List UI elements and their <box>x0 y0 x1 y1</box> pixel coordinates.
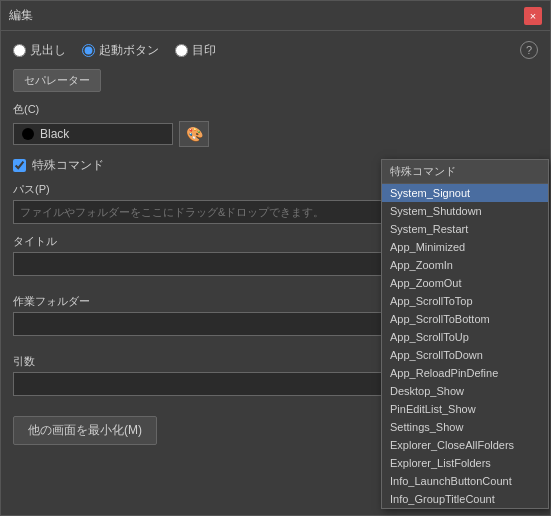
special-command-label: 特殊コマンド <box>32 157 104 174</box>
dropdown-item-1[interactable]: System_Shutdown <box>382 202 548 220</box>
color-label: 色(C) <box>13 102 538 117</box>
radio-group: 見出し 起動ボタン 目印 ? <box>13 41 538 59</box>
dropdown-item-12[interactable]: PinEditList_Show <box>382 400 548 418</box>
color-section: 色(C) Black 🎨 <box>13 102 538 147</box>
dropdown-item-17[interactable]: Info_GroupTitleCount <box>382 490 548 508</box>
radio-heading[interactable]: 見出し <box>13 42 66 59</box>
special-command-dropdown: 特殊コマンド System_Signout System_Shutdown Sy… <box>381 159 549 509</box>
dialog-content: 見出し 起動ボタン 目印 ? セパレーター 色(C) Black <box>1 31 550 515</box>
dropdown-item-4[interactable]: App_ZoomIn <box>382 256 548 274</box>
dropdown-item-8[interactable]: App_ScrollToUp <box>382 328 548 346</box>
title-bar: 編集 × <box>1 1 550 31</box>
color-dot <box>22 128 34 140</box>
color-row: Black 🎨 <box>13 121 538 147</box>
dropdown-item-3[interactable]: App_Minimized <box>382 238 548 256</box>
radio-launch-button[interactable]: 起動ボタン <box>82 42 159 59</box>
dropdown-item-13[interactable]: Settings_Show <box>382 418 548 436</box>
dropdown-header: 特殊コマンド <box>382 160 548 184</box>
minimize-button[interactable]: 他の画面を最小化(M) <box>13 416 157 445</box>
radio-launch-button-label: 起動ボタン <box>99 42 159 59</box>
help-icon[interactable]: ? <box>520 41 538 59</box>
separator-button[interactable]: セパレーター <box>13 69 101 92</box>
color-name: Black <box>40 127 69 141</box>
special-command-checkbox[interactable] <box>13 159 26 172</box>
dropdown-item-11[interactable]: Desktop_Show <box>382 382 548 400</box>
dropdown-item-5[interactable]: App_ZoomOut <box>382 274 548 292</box>
dropdown-item-7[interactable]: App_ScrollToBottom <box>382 310 548 328</box>
radio-heading-label: 見出し <box>30 42 66 59</box>
dropdown-item-6[interactable]: App_ScrollToTop <box>382 292 548 310</box>
dialog: 編集 × 見出し 起動ボタン 目印 ? セパレーター 色(C) <box>0 0 551 516</box>
radio-heading-input[interactable] <box>13 44 26 57</box>
dropdown-item-9[interactable]: App_ScrollToDown <box>382 346 548 364</box>
dropdown-item-15[interactable]: Explorer_ListFolders <box>382 454 548 472</box>
dropdown-item-16[interactable]: Info_LaunchButtonCount <box>382 472 548 490</box>
dropdown-item-0[interactable]: System_Signout <box>382 184 548 202</box>
dropdown-item-10[interactable]: App_ReloadPinDefine <box>382 364 548 382</box>
radio-launch-button-input[interactable] <box>82 44 95 57</box>
radio-bookmark-label: 目印 <box>192 42 216 59</box>
radio-bookmark-input[interactable] <box>175 44 188 57</box>
color-picker-icon: 🎨 <box>186 126 203 142</box>
radio-bookmark[interactable]: 目印 <box>175 42 216 59</box>
close-button[interactable]: × <box>524 7 542 25</box>
color-picker-button[interactable]: 🎨 <box>179 121 209 147</box>
dialog-title: 編集 <box>9 7 33 24</box>
dropdown-item-14[interactable]: Explorer_CloseAllFolders <box>382 436 548 454</box>
color-swatch-button[interactable]: Black <box>13 123 173 145</box>
dropdown-item-2[interactable]: System_Restart <box>382 220 548 238</box>
